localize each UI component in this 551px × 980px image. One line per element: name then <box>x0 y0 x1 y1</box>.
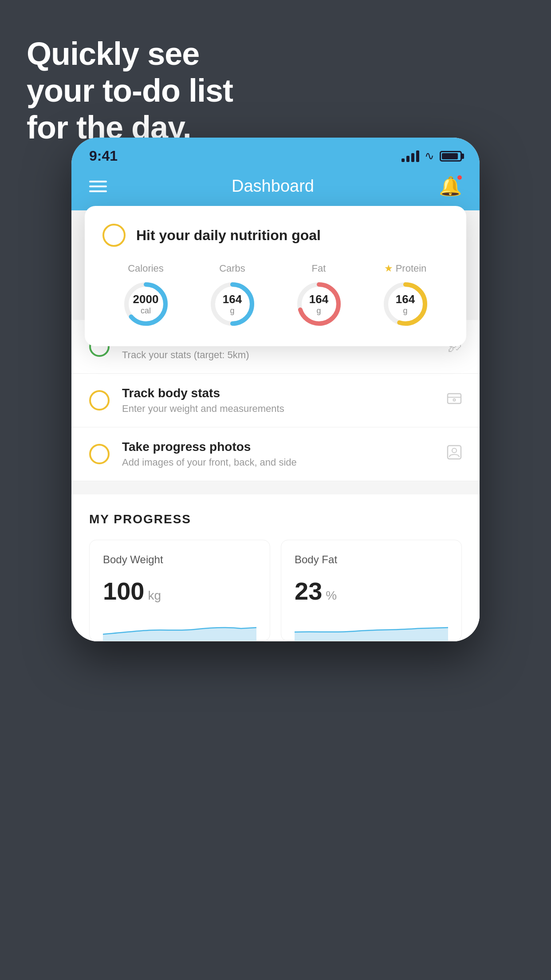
todo-bodystats-sub: Enter your weight and measurements <box>122 403 447 415</box>
calories-value: 2000 <box>133 292 159 306</box>
notification-button[interactable]: 🔔 <box>439 175 462 197</box>
wifi-icon: ∿ <box>425 149 434 163</box>
todo-running-sub: Track your stats (target: 5km) <box>122 349 447 361</box>
carbs-donut: 164 g <box>208 280 257 328</box>
todo-circle-photos <box>89 444 110 464</box>
card-header: Hit your daily nutrition goal <box>102 224 449 247</box>
body-weight-chart <box>103 614 256 641</box>
header-title: Dashboard <box>232 177 314 196</box>
status-bar: 9:41 ∿ <box>71 138 480 166</box>
todo-photos-sub: Add images of your front, back, and side <box>122 457 447 468</box>
notification-badge <box>457 174 463 181</box>
calories-label: Calories <box>128 263 164 274</box>
body-fat-unit: % <box>326 589 337 603</box>
progress-section: MY PROGRESS Body Weight 100 kg <box>71 494 480 641</box>
nutrition-card: Hit your daily nutrition goal Calories <box>85 206 466 346</box>
menu-button[interactable] <box>89 181 107 192</box>
body-weight-value-row: 100 kg <box>103 577 256 605</box>
protein-label: ★ Protein <box>384 263 427 274</box>
battery-icon <box>440 151 462 162</box>
nutrition-fat: Fat 164 g <box>295 263 343 328</box>
protein-donut: 164 g <box>381 280 430 328</box>
body-fat-label: Body Fat <box>295 553 448 566</box>
nutrition-calories: Calories 2000 cal <box>122 263 170 328</box>
signal-icon <box>401 150 419 162</box>
svg-point-10 <box>453 399 456 401</box>
status-icons: ∿ <box>401 149 462 163</box>
content-area: THINGS TO DO TODAY Hit your daily nutrit… <box>71 210 480 641</box>
calories-donut: 2000 cal <box>122 280 170 328</box>
carbs-value: 164 <box>223 292 242 306</box>
body-weight-card: Body Weight 100 kg <box>89 540 270 641</box>
scale-icon <box>447 391 462 410</box>
body-weight-unit: kg <box>148 589 161 603</box>
protein-value: 164 <box>396 292 415 306</box>
person-icon <box>447 445 462 463</box>
phone-frame: 9:41 ∿ Dashboard <box>71 138 480 641</box>
phone-wrapper: 9:41 ∿ Dashboard <box>71 138 480 641</box>
body-weight-value: 100 <box>103 577 144 605</box>
fat-label: Fat <box>312 263 326 274</box>
hero-text: Quickly see your to-do list for the day. <box>27 36 233 146</box>
protein-unit: g <box>396 306 415 316</box>
todo-item-bodystats[interactable]: Track body stats Enter your weight and m… <box>71 374 480 427</box>
fat-value: 164 <box>309 292 328 306</box>
nutrition-carbs: Carbs 164 g <box>208 263 257 328</box>
body-weight-label: Body Weight <box>103 553 256 566</box>
svg-point-12 <box>452 448 457 453</box>
calories-unit: cal <box>133 306 159 316</box>
star-icon: ★ <box>384 263 393 274</box>
todo-circle-bodystats <box>89 390 110 411</box>
nutrition-protein: ★ Protein 164 g <box>381 263 430 328</box>
card-title: Hit your daily nutrition goal <box>136 227 321 244</box>
carbs-label: Carbs <box>219 263 245 274</box>
body-fat-value: 23 <box>295 577 322 605</box>
progress-cards: Body Weight 100 kg Bo <box>89 540 462 641</box>
app-header: Dashboard 🔔 <box>71 166 480 210</box>
status-time: 9:41 <box>89 148 118 164</box>
fat-unit: g <box>309 306 328 316</box>
task-check-circle[interactable] <box>102 224 126 247</box>
fat-donut: 164 g <box>295 280 343 328</box>
body-fat-value-row: 23 % <box>295 577 448 605</box>
todo-item-photos[interactable]: Take progress photos Add images of your … <box>71 427 480 481</box>
todo-bodystats-title: Track body stats <box>122 386 447 400</box>
nutrition-row: Calories 2000 cal <box>102 263 449 328</box>
body-fat-card: Body Fat 23 % <box>281 540 462 641</box>
body-fat-chart <box>295 614 448 641</box>
carbs-unit: g <box>223 306 242 316</box>
progress-title: MY PROGRESS <box>89 512 462 526</box>
todo-photos-title: Take progress photos <box>122 440 447 454</box>
